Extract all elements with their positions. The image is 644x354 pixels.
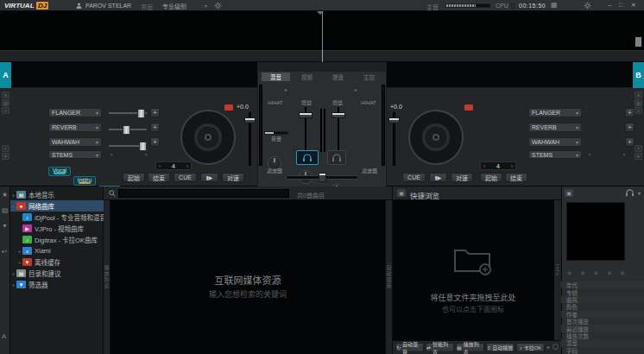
loop-increase-icon[interactable]: ›: [511, 163, 513, 169]
sidebar-item-vjpro[interactable]: ▶VJPro - 视频曲库: [10, 223, 104, 234]
loop-decrease-icon[interactable]: ‹: [483, 163, 485, 169]
close-button[interactable]: ✕: [631, 2, 636, 8]
mixer-ch1-fader-handle[interactable]: [299, 112, 313, 118]
deck-a-fx1-add-button[interactable]: +: [150, 108, 160, 117]
deck-a-fx2-add-button[interactable]: +: [150, 123, 160, 132]
mixer-tab-scratch[interactable]: 搓盘: [324, 73, 352, 81]
deck-a-rail-button-1[interactable]: ≡: [2, 92, 9, 98]
expand-icon[interactable]: +: [10, 193, 16, 198]
deck-b-loop-out-button[interactable]: 结束: [505, 173, 527, 182]
search-input[interactable]: [118, 189, 289, 198]
user-name[interactable]: PAROV STELAR: [85, 3, 131, 9]
deck-a-loop-in-button[interactable]: 起始: [123, 173, 145, 182]
deck-a-play-button[interactable]: ▮▶: [200, 173, 218, 182]
deck-b-loop-size[interactable]: ‹4›: [480, 161, 516, 170]
deck-b-title-area[interactable]: [387, 62, 633, 88]
deck-b-rail-button-4[interactable]: ▪: [635, 145, 642, 152]
deck-a-rail-button-5[interactable]: ▾: [2, 153, 9, 160]
expand-icon[interactable]: +: [10, 271, 16, 276]
deck-b-fx3-add-button[interactable]: +: [625, 137, 635, 147]
vertical-tab-playlist[interactable]: 播放列表: [104, 200, 110, 354]
sidebar-item-local-music[interactable]: +▤本地音乐: [10, 189, 104, 200]
deck-b-rail-button-5[interactable]: ▾: [635, 153, 642, 160]
minimize-button[interactable]: –: [608, 2, 611, 9]
deck-b-stems-select[interactable]: STEMS▾: [528, 150, 582, 159]
deck-b-loop-in-button[interactable]: 起始: [480, 173, 502, 182]
deck-a-fx2-select[interactable]: REVERB▾: [48, 123, 102, 132]
deck-a-fx2-slider[interactable]: [109, 129, 147, 130]
toolbar-smartlist-button[interactable]: ⇄智能列表: [426, 343, 454, 352]
collapse-icon[interactable]: −: [10, 204, 16, 209]
mixer-tab-mixer[interactable]: 混音: [262, 73, 290, 81]
deck-a-stem-instru[interactable]: Instru: [73, 176, 96, 186]
deck-a-loop-size[interactable]: ‹4›: [155, 161, 192, 170]
deck-a-fx3-select[interactable]: WAHWAH▾: [48, 137, 102, 147]
toolbar-autoplay-button[interactable]: ≡自动播放: [486, 343, 515, 352]
mixer-tab-video[interactable]: 视频: [293, 73, 321, 81]
expand-icon[interactable]: +: [16, 249, 22, 254]
history-back-icon[interactable]: ↩: [2, 249, 8, 256]
slider-handle[interactable]: [123, 125, 130, 135]
deck-a-stem-vocal[interactable]: Vocal: [48, 167, 71, 176]
deck-b-rail-button-3[interactable]: +: [635, 107, 642, 114]
deck-b-fx1-add-button[interactable]: +: [625, 108, 635, 117]
deck-b-fx1-select[interactable]: FLANGER▾: [528, 108, 582, 117]
deck-b-headphone-cue-button[interactable]: [327, 150, 346, 165]
prelisten-headphone-icon[interactable]: [625, 189, 635, 197]
deck-b-fx2-select[interactable]: REVERB▾: [528, 123, 582, 132]
info-menu-icon[interactable]: ▾: [638, 190, 641, 196]
deck-a-fx3-add-button[interactable]: +: [150, 137, 160, 147]
deck-b-rail-button-2[interactable]: ▤: [635, 99, 642, 106]
mixer-tab-master[interactable]: 主控: [355, 73, 383, 81]
mixer-master-mini-meter[interactable]: [264, 131, 288, 135]
toolbar-karaoke-button[interactable]: ♪卡拉OK: [516, 343, 545, 352]
sidebar-item-filters[interactable]: +▼筛选器: [10, 279, 104, 290]
toolbar-playlist-button[interactable]: ▤播放列表: [456, 343, 484, 352]
slider-handle[interactable]: [139, 142, 147, 151]
sidebar-item-online-library[interactable]: −●网络曲库: [10, 200, 104, 212]
settings-gear-icon[interactable]: [584, 2, 591, 9]
deck-a-pitch-handle[interactable]: [244, 117, 256, 123]
deck-b-rail-button-1[interactable]: ≡: [635, 92, 642, 98]
sidebar-item-offline-cache[interactable]: +▼离线缓存: [10, 256, 104, 268]
deck-a-fx1-select[interactable]: FLANGER▾: [48, 108, 102, 117]
sidebar-item-xiami[interactable]: +xXiami: [10, 245, 104, 256]
deck-a-rail-button-4[interactable]: ▪: [2, 145, 9, 152]
vertical-tab-automix[interactable]: 自动混音: [385, 200, 392, 354]
gear-icon[interactable]: [214, 2, 222, 9]
deck-a-title-area[interactable]: [11, 62, 257, 88]
rating-stars[interactable]: ★ ★ ★ ★ ★: [566, 269, 628, 277]
loop-increase-icon[interactable]: ›: [186, 163, 188, 169]
expand-icon[interactable]: +: [16, 260, 22, 265]
sidebar-item-folders-suggestions[interactable]: +▤目录和建议: [10, 268, 104, 279]
expand-icon[interactable]: +: [10, 282, 16, 288]
maximize-button[interactable]: □: [619, 2, 622, 8]
deck-a-tab[interactable]: A: [0, 62, 11, 88]
deck-a-cue-button[interactable]: CUE: [174, 173, 197, 182]
toolbar-more-icon[interactable]: ▸: [547, 345, 550, 350]
font-size-icon[interactable]: A: [2, 333, 6, 340]
sidebar-item-idjpool[interactable]: ♪iDjPool - 专业音频和混音: [10, 212, 104, 223]
loop-decrease-icon[interactable]: ‹: [159, 163, 161, 169]
slider-handle[interactable]: [137, 109, 145, 118]
filter-funnel-icon[interactable]: ▼: [2, 223, 8, 229]
master-volume-meter[interactable]: [445, 3, 490, 8]
deck-b-cue-button[interactable]: CUE: [402, 173, 426, 182]
deck-a-sync-button[interactable]: 对速: [222, 173, 244, 182]
record-panel-icon[interactable]: ▦: [551, 2, 558, 9]
crossfader-handle[interactable]: [319, 173, 326, 182]
deck-a-rail-button-2[interactable]: ▤: [2, 99, 9, 106]
waveform-scroll-handle[interactable]: [635, 36, 642, 47]
deck-a-stems-select[interactable]: STEMS▾: [48, 150, 102, 159]
toolbar-automix-button[interactable]: ↻自动混音: [395, 343, 424, 352]
folders-icon[interactable]: ▤: [2, 207, 9, 214]
deck-a-rail-button-3[interactable]: +: [2, 107, 9, 114]
deck-b-fx2-add-button[interactable]: +: [625, 123, 635, 132]
deck-a-loop-out-button[interactable]: 结束: [148, 173, 170, 182]
deck-b-play-button[interactable]: ▮▶: [429, 173, 447, 182]
vertical-tab-info[interactable]: Info: [554, 200, 561, 340]
deck-b-pitch-handle[interactable]: [388, 117, 400, 123]
skin-select[interactable]: 专业级别▾: [162, 2, 207, 9]
deck-a-fx1-slider[interactable]: [109, 112, 147, 114]
deck-b-sync-button[interactable]: 对速: [451, 173, 473, 182]
